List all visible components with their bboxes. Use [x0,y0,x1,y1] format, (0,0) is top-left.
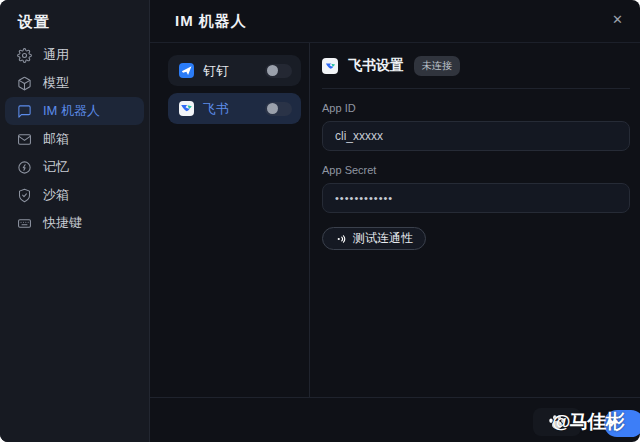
bot-item-feishu[interactable]: 飞书 [168,93,301,124]
feishu-toggle[interactable] [265,102,292,116]
sidebar-nav: 通用 模型 IM 机器人 邮箱 [0,41,149,237]
app-secret-label: App Secret [322,164,630,176]
sidebar-item-memory[interactable]: 记忆 [5,153,144,181]
footer-bar: @马佳彬 [150,397,640,442]
watermark: @马佳彬 [528,405,640,437]
panel-title: IM 机器人 [175,12,247,31]
dingtalk-toggle[interactable] [265,64,292,78]
panel-header: IM 机器人 ✕ [150,0,640,43]
watermark-text: @马佳彬 [552,409,624,435]
sidebar-item-label: IM 机器人 [43,102,100,120]
app-id-label: App ID [322,102,630,114]
sidebar-item-general[interactable]: 通用 [5,41,144,69]
toggle-knob [267,103,278,114]
sidebar-item-label: 记忆 [43,158,69,176]
settings-dialog: 设置 通用 模型 IM 机器人 [0,0,640,442]
cube-icon [17,76,32,91]
test-connectivity-label: 测试连通性 [353,230,413,247]
app-id-input[interactable] [322,121,630,151]
divider [322,88,630,89]
bot-item-label: 钉钉 [203,62,229,80]
main-area: IM 机器人 ✕ 钉钉 飞书 [150,0,640,442]
sidebar-item-label: 模型 [43,74,69,92]
sidebar-item-label: 沙箱 [43,186,69,204]
sidebar-item-im-bots[interactable]: IM 机器人 [5,97,144,125]
feishu-settings-panel: 飞书设置 未连接 App ID App Secret [310,43,640,397]
sidebar-item-models[interactable]: 模型 [5,69,144,97]
detail-title: 飞书设置 [348,57,404,75]
sidebar-item-sandbox[interactable]: 沙箱 [5,181,144,209]
test-connectivity-button[interactable]: 测试连通性 [322,227,426,250]
shield-check-icon [17,188,32,203]
feishu-icon [322,58,338,74]
status-badge: 未连接 [414,56,460,76]
keyboard-icon [17,216,32,231]
gear-icon [17,48,32,63]
feishu-icon [179,101,194,116]
dingtalk-icon [179,63,194,78]
bot-list: 钉钉 飞书 [150,43,310,397]
sidebar-item-label: 邮箱 [43,130,69,148]
settings-title: 设置 [0,0,149,32]
detail-header: 飞书设置 未连接 [322,56,630,76]
app-secret-input[interactable] [322,183,630,213]
sidebar-item-mail[interactable]: 邮箱 [5,125,144,153]
mail-icon [17,132,32,147]
bot-item-dingtalk[interactable]: 钉钉 [168,55,301,86]
sidebar: 设置 通用 模型 IM 机器人 [0,0,150,442]
bot-item-label: 飞书 [203,100,229,118]
sidebar-item-label: 通用 [43,46,69,64]
memory-flash-icon [17,160,32,175]
sidebar-item-label: 快捷键 [43,214,82,232]
panel-content: 钉钉 飞书 飞书设置 未连接 [150,43,640,397]
sidebar-item-shortcuts[interactable]: 快捷键 [5,209,144,237]
toggle-knob [267,65,278,76]
close-icon[interactable]: ✕ [612,13,623,26]
chat-bubble-icon [17,104,32,119]
connectivity-icon [335,233,347,245]
